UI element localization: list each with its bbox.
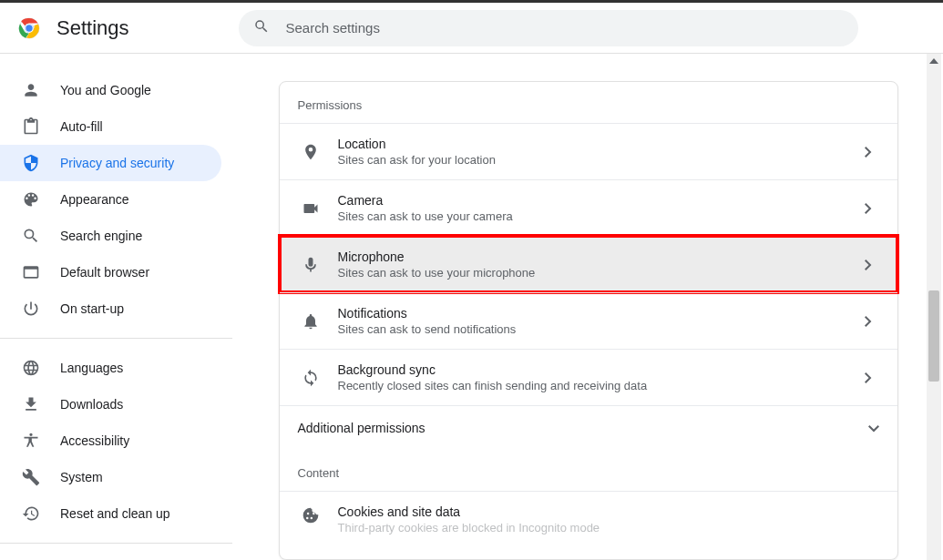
permission-subtitle: Sites can ask for your location: [338, 153, 865, 167]
page-title: Settings: [56, 16, 129, 40]
shield-icon: [22, 154, 40, 172]
person-icon: [22, 81, 40, 99]
permission-row-notifications[interactable]: Notifications Sites can ask to send noti…: [280, 292, 897, 349]
microphone-icon: [298, 256, 323, 274]
sidebar-item-label: Search engine: [60, 229, 142, 243]
sidebar-nav: You and Google Auto-fill Privacy and sec…: [0, 54, 233, 560]
permission-title: Background sync: [338, 362, 865, 377]
scroll-up-arrow-icon[interactable]: [927, 54, 941, 68]
bell-icon: [298, 312, 323, 331]
download-icon: [22, 395, 40, 413]
sidebar-item-default-browser[interactable]: Default browser: [0, 254, 221, 290]
additional-permissions-label: Additional permissions: [298, 421, 425, 435]
permission-row-location[interactable]: Location Sites can ask for your location: [280, 123, 897, 179]
content-section-header: Content: [280, 450, 897, 491]
sidebar-item-extensions[interactable]: Extensions: [0, 555, 232, 560]
sidebar-item-label: Languages: [60, 361, 123, 375]
vertical-scrollbar[interactable]: [927, 54, 941, 560]
chevron-down-icon: [868, 421, 879, 435]
restore-icon: [22, 504, 40, 523]
permission-subtitle: Recently closed sites can finish sending…: [338, 379, 865, 392]
permission-title: Location: [338, 137, 865, 151]
sidebar-item-privacy-security[interactable]: Privacy and security: [0, 145, 221, 181]
chevron-right-icon: [865, 147, 879, 158]
sidebar-item-search-engine[interactable]: Search engine: [0, 218, 221, 254]
wrench-icon: [22, 468, 40, 486]
sidebar-item-languages[interactable]: Languages: [0, 350, 221, 386]
location-icon: [298, 143, 323, 161]
svg-point-2: [26, 24, 34, 32]
main-content-area: Permissions Location Sites can ask for y…: [233, 54, 943, 560]
sidebar-item-reset-cleanup[interactable]: Reset and clean up: [0, 495, 221, 532]
permission-subtitle: Sites can ask to use your microphone: [338, 266, 865, 280]
permission-title: Camera: [338, 193, 865, 208]
sidebar-item-on-startup[interactable]: On start-up: [0, 290, 221, 327]
chevron-right-icon: [865, 372, 879, 383]
power-icon: [22, 300, 40, 318]
scrollbar-thumb[interactable]: [928, 290, 939, 382]
globe-icon: [22, 359, 40, 377]
sidebar-item-label: System: [60, 470, 103, 484]
search-container[interactable]: [239, 10, 858, 46]
permission-title: Microphone: [338, 249, 865, 264]
settings-panel: Permissions Location Sites can ask for y…: [279, 81, 898, 560]
permission-subtitle: Sites can ask to use your camera: [338, 209, 865, 223]
content-row-subtitle: Third-party cookies are blocked in Incog…: [338, 521, 879, 535]
permission-subtitle: Sites can ask to send notifications: [338, 322, 865, 336]
cookie-icon: [298, 506, 323, 524]
chevron-right-icon: [865, 203, 879, 214]
sidebar-item-accessibility[interactable]: Accessibility: [0, 423, 221, 459]
sidebar-item-appearance[interactable]: Appearance: [0, 181, 221, 218]
sidebar-item-label: Reset and clean up: [60, 506, 170, 521]
sidebar-item-label: You and Google: [60, 83, 151, 97]
sidebar-item-you-google[interactable]: You and Google: [0, 72, 221, 108]
chevron-right-icon: [865, 260, 879, 270]
palette-icon: [22, 190, 40, 209]
sidebar-item-label: Appearance: [60, 192, 129, 207]
additional-permissions-row[interactable]: Additional permissions: [280, 405, 897, 450]
camera-icon: [298, 199, 323, 218]
sidebar-item-system[interactable]: System: [0, 459, 221, 495]
search-input[interactable]: [286, 20, 844, 36]
search-icon: [22, 227, 40, 245]
content-row-cookies[interactable]: Cookies and site data Third-party cookie…: [280, 491, 897, 535]
sidebar-item-label: Privacy and security: [60, 156, 174, 170]
sidebar-divider: [0, 543, 232, 544]
accessibility-icon: [22, 432, 40, 450]
content-row-title: Cookies and site data: [338, 504, 879, 519]
permission-title: Notifications: [338, 306, 865, 321]
sidebar-item-label: Downloads: [60, 397, 123, 412]
sidebar-divider: [0, 338, 232, 339]
sidebar-item-label: Accessibility: [60, 433, 129, 448]
sidebar-item-auto-fill[interactable]: Auto-fill: [0, 108, 221, 145]
sidebar-item-label: Default browser: [60, 265, 149, 280]
clipboard-icon: [22, 117, 40, 136]
permissions-section-header: Permissions: [280, 82, 897, 123]
chevron-right-icon: [865, 316, 879, 327]
header-bar: Settings: [0, 3, 943, 54]
permission-row-microphone[interactable]: Microphone Sites can ask to use your mic…: [280, 236, 897, 292]
browser-icon: [22, 263, 40, 281]
chrome-logo-icon: [18, 17, 40, 39]
permission-row-background-sync[interactable]: Background sync Recently closed sites ca…: [280, 349, 897, 405]
sidebar-item-downloads[interactable]: Downloads: [0, 386, 221, 423]
sidebar-item-label: On start-up: [60, 301, 124, 316]
search-icon: [253, 18, 286, 37]
permission-row-camera[interactable]: Camera Sites can ask to use your camera: [280, 179, 897, 236]
sync-icon: [298, 369, 323, 387]
sidebar-item-label: Auto-fill: [60, 119, 103, 134]
